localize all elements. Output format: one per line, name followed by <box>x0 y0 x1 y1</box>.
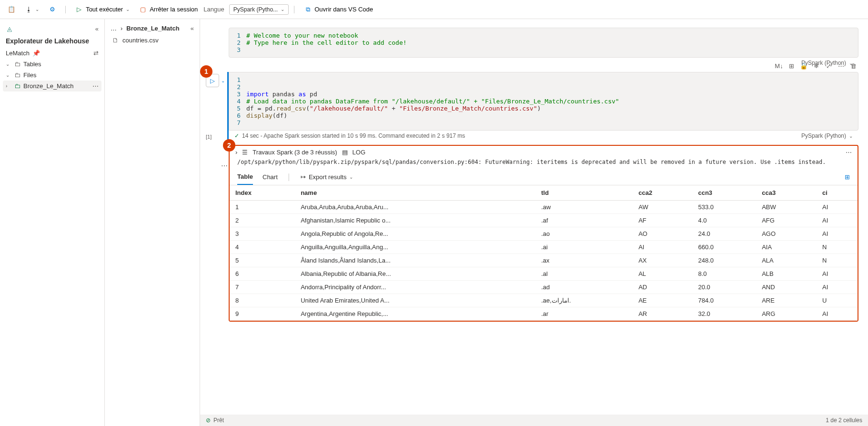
chevron-right-icon[interactable]: › <box>235 149 237 156</box>
more-options-icon[interactable]: ⋯ <box>92 82 99 90</box>
swap-icon[interactable]: ⇄ <box>93 50 99 57</box>
log-label[interactable]: LOG <box>353 149 365 156</box>
folder-icon: 🗀 <box>14 61 20 68</box>
table-cell: ALA <box>756 254 817 267</box>
play-icon: ▷ <box>75 6 83 13</box>
chevron-down-icon: ⌄ <box>281 7 284 12</box>
stop-session-button[interactable]: ▢ Arrêter la session <box>135 4 202 15</box>
table-header[interactable]: ci <box>817 185 858 201</box>
language-label: Langue <box>203 6 224 13</box>
table-cell: AW <box>633 201 692 214</box>
chevron-right-icon: › <box>6 83 11 89</box>
table-row[interactable]: 2Afghanistan,Islamic Republic o....afAF4… <box>230 214 858 227</box>
tree-tables[interactable]: ⌄ 🗀 Tables <box>0 59 104 70</box>
table-cell: .al <box>535 267 633 281</box>
table-row[interactable]: 8United Arab Emirates,United A....ae,اما… <box>230 294 858 307</box>
cell-markdown-button[interactable]: M↓ <box>774 61 784 71</box>
table-cell: ABW <box>756 201 817 214</box>
table-header[interactable]: tld <box>535 185 633 201</box>
cell-toolbar: M↓ ⊞ 🔒 ❄ ⤢ ⋯ 🗑 <box>774 61 858 71</box>
code-line: df = pd.read_csv("/lakehouse/default/" +… <box>246 105 858 112</box>
table-cell: .ao <box>535 227 633 241</box>
chevron-down-icon[interactable]: ⌄ <box>221 78 225 83</box>
line-number: 3 <box>229 46 246 53</box>
table-cell: 1 <box>230 201 295 214</box>
download-icon: ⭳ <box>25 6 32 13</box>
tree-bronze-folder[interactable]: › 🗀 Bronze_Le_Match ⋯ <box>3 81 101 91</box>
open-vscode-button[interactable]: ⧉ Ouvrir dans VS Code <box>300 4 377 15</box>
tree-files-label: Files <box>23 71 36 79</box>
table-cell: .aw <box>535 201 633 214</box>
cell-delete-button[interactable]: 🗑 <box>848 61 858 71</box>
ready-icon: ⊘ <box>206 417 211 424</box>
data-table-container[interactable]: Indexnametldcca2ccn3cca3ci 1Aruba,Aruba,… <box>230 185 858 321</box>
table-cell: 533.0 <box>692 201 756 214</box>
code-cell-1[interactable]: 1# Welcome to your new notebook 2# Type … <box>229 28 858 68</box>
cell-freeze-button[interactable]: ❄ <box>811 61 821 71</box>
tree-files[interactable]: ⌄ 🗀 Files <box>0 70 104 81</box>
table-header[interactable]: cca3 <box>756 185 817 201</box>
table-header[interactable]: cca2 <box>633 185 692 201</box>
code-line: # Welcome to your new notebook <box>246 32 858 39</box>
table-cell: AFG <box>756 214 817 227</box>
table-row[interactable]: 4Anguilla,Anguilla,Anguilla,Ang....aiAI6… <box>230 241 858 254</box>
output-more-icon[interactable]: ⋯ <box>221 162 227 170</box>
language-dropdown[interactable]: PySpark (Pytho... ⌄ <box>229 4 289 15</box>
table-cell: AD <box>633 281 692 294</box>
table-row[interactable]: 5Åland Islands,Åland Islands,La....axAX2… <box>230 254 858 267</box>
table-header[interactable]: name <box>295 185 535 201</box>
file-name: countries.csv <box>122 37 159 44</box>
download-button[interactable]: ⭳⌄ <box>21 4 43 15</box>
table-row[interactable]: 7Andorra,Principality of Andorr....adAD2… <box>230 281 858 294</box>
spark-jobs-icon: ☰ <box>242 149 248 156</box>
run-all-button[interactable]: ▷ Tout exécuter ⌄ <box>71 4 133 15</box>
output-expand-button[interactable]: ⊞ <box>845 173 850 181</box>
collapse-sidebar-button[interactable]: « <box>95 25 99 32</box>
output-tab-chart[interactable]: Chart <box>262 170 278 184</box>
lakehouse-name: LeMatch <box>6 50 30 57</box>
table-cell: AR <box>633 307 692 321</box>
table-row[interactable]: 1Aruba,Aruba,Aruba,Aruba,Aru....awAW533.… <box>230 201 858 214</box>
chevron-down-icon[interactable]: ⌄ <box>849 133 853 139</box>
table-cell: 5 <box>230 254 295 267</box>
breadcrumb: … › Bronze_Le_Match « <box>105 23 200 34</box>
table-cell: ARE <box>756 294 817 307</box>
file-countries-csv[interactable]: 🗋 countries.csv <box>105 34 200 47</box>
collapse-panel-button[interactable]: « <box>191 25 194 32</box>
cell-more-button[interactable]: ⋯ <box>836 61 846 71</box>
output-tab-table[interactable]: Table <box>237 169 253 185</box>
code-cell-2[interactable]: 1 M↓ ⊞ 🔒 ❄ ⤢ ⋯ 🗑 ▷ ⌄ 1 2 3import pandas … <box>227 72 858 141</box>
settings-button[interactable]: ⚙ <box>45 4 60 15</box>
language-value: PySpark (Pytho... <box>233 6 278 13</box>
chevron-down-icon: ⌄ <box>6 61 11 67</box>
cell-kernel-label: PySpark (Python) <box>801 132 846 139</box>
line-number: 1 <box>229 76 246 83</box>
code-line <box>246 83 858 91</box>
export-results-button[interactable]: ↦ Export results ⌄ <box>301 173 353 181</box>
line-number: 3 <box>229 91 246 98</box>
table-cell: AI <box>817 281 858 294</box>
table-row[interactable]: 9Argentina,Argentine Republic,....arAR32… <box>230 307 858 321</box>
breadcrumb-item[interactable]: Bronze_Le_Match <box>126 25 179 32</box>
save-icon-button[interactable]: 📋 <box>4 4 19 15</box>
pin-icon[interactable]: 📌 <box>32 50 40 57</box>
table-row[interactable]: 6Albania,Republic of Albania,Re....alAL8… <box>230 267 858 281</box>
file-browser-panel: … › Bronze_Le_Match « 🗋 countries.csv <box>105 19 200 426</box>
lakehouse-icon: ◬ <box>6 25 13 32</box>
table-cell: 8 <box>230 294 295 307</box>
breadcrumb-dots[interactable]: … <box>111 25 117 32</box>
output-more-button[interactable]: ⋯ <box>846 149 852 156</box>
cell-add-button[interactable]: ⊞ <box>786 61 797 71</box>
table-cell: .ai <box>535 241 633 254</box>
folder-green-icon: 🗀 <box>14 82 20 90</box>
table-row[interactable]: 3Angola,Republic of Angola,Re....aoAO24.… <box>230 227 858 241</box>
code-line <box>246 46 858 53</box>
cell-lock-button[interactable]: 🔒 <box>798 61 809 71</box>
table-header[interactable]: Index <box>230 185 295 201</box>
cell-expand-button[interactable]: ⤢ <box>823 61 834 71</box>
table-cell: 4.0 <box>692 214 756 227</box>
spark-jobs-label[interactable]: Travaux Spark (3 de 3 réussis) <box>252 149 337 156</box>
top-toolbar: 📋 ⭳⌄ ⚙ │ ▷ Tout exécuter ⌄ ▢ Arrêter la … <box>0 0 868 19</box>
table-header[interactable]: ccn3 <box>692 185 756 201</box>
table-cell: 24.0 <box>692 227 756 241</box>
